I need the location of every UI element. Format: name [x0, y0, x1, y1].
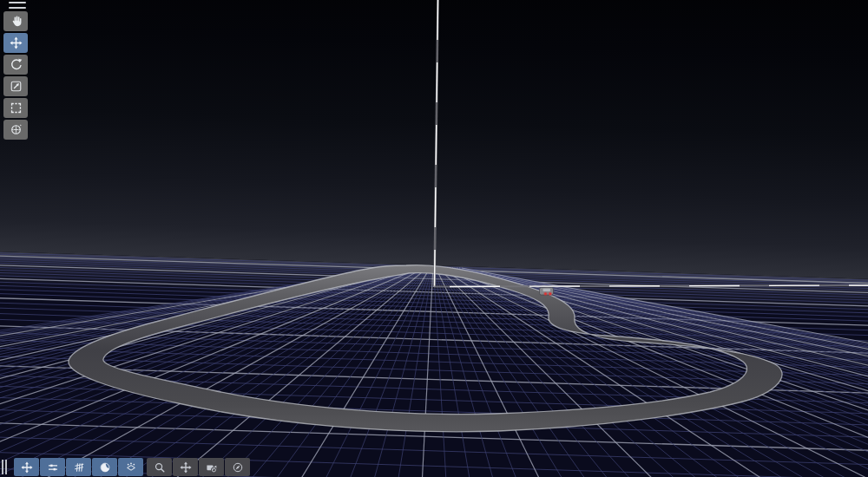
- display-settings-button[interactable]: [40, 458, 65, 476]
- axis-gizmo[interactable]: [434, 0, 868, 287]
- move-tool-button[interactable]: [3, 33, 28, 53]
- move-icon: [9, 36, 23, 50]
- pan-tool-button[interactable]: [173, 458, 198, 476]
- toolbar-drag-handle[interactable]: [2, 460, 10, 474]
- vehicle[interactable]: [540, 288, 554, 297]
- move-icon: [179, 461, 193, 474]
- viewport-3d[interactable]: [0, 0, 868, 477]
- app-window: [0, 0, 868, 477]
- camera-view-button[interactable]: [199, 458, 224, 476]
- hand-tool-button[interactable]: [3, 11, 28, 31]
- move-toggle-button[interactable]: [14, 458, 39, 476]
- orbit-icon: [9, 122, 23, 137]
- camera-icon: [205, 461, 219, 474]
- bottom-toolbar: [2, 458, 250, 476]
- compass-icon: [231, 461, 245, 474]
- marquee-select-tool-button[interactable]: [3, 98, 28, 118]
- compass-orientation-button[interactable]: [225, 458, 250, 476]
- hamburger-menu-icon[interactable]: [9, 2, 26, 10]
- hand-icon: [9, 14, 23, 29]
- moon-icon: [98, 461, 112, 474]
- lod-toggle-button[interactable]: [118, 458, 143, 476]
- move-icon: [20, 461, 34, 474]
- hatch-icon: [72, 461, 86, 474]
- rotate-icon: [9, 57, 23, 72]
- marquee-select-icon: [9, 101, 23, 115]
- zoom-tool-button[interactable]: [147, 458, 172, 476]
- left-toolbar: [3, 11, 28, 140]
- night-mode-toggle-button[interactable]: [92, 458, 117, 476]
- grid-overlay-toggle-button[interactable]: [66, 458, 91, 476]
- sliders-icon: [46, 461, 60, 474]
- lod-icon: [124, 461, 138, 474]
- scene-overlay: [0, 0, 868, 477]
- rotate-tool-button[interactable]: [3, 55, 28, 75]
- scale-icon: [9, 79, 23, 94]
- orbit-tool-button[interactable]: [3, 120, 28, 140]
- magnifier-icon: [153, 461, 167, 474]
- race-track[interactable]: [69, 265, 782, 432]
- scale-tool-button[interactable]: [3, 76, 28, 96]
